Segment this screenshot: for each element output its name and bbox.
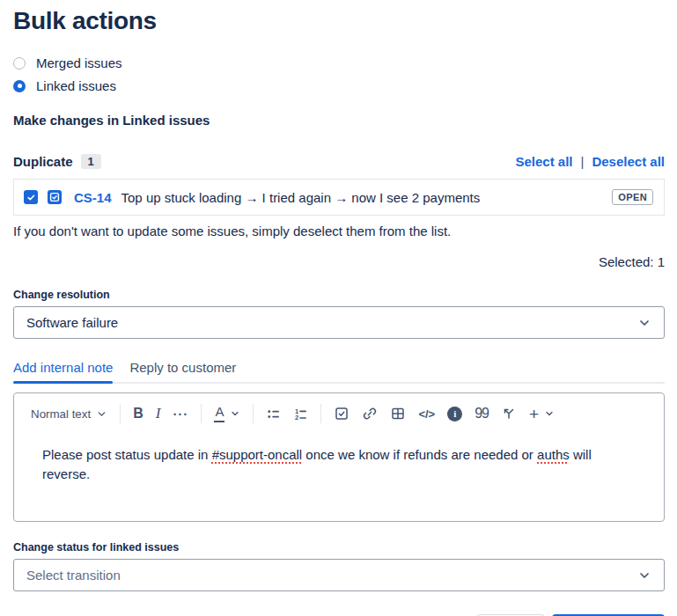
bulk-actions-panel: Bulk actions Merged issues Linked issues… <box>0 0 677 616</box>
radio-linked-issues-label: Linked issues <box>36 78 116 93</box>
code-button[interactable]: </> <box>412 406 441 422</box>
issue-list-header: Duplicate 1 Select all | Deselect all <box>13 154 665 169</box>
change-status-label: Change status for linked issues <box>13 541 665 554</box>
radio-checked-icon[interactable] <box>13 80 26 92</box>
numbered-list-icon: 12 <box>293 407 308 422</box>
text-style-dropdown[interactable]: Normal text <box>25 406 114 422</box>
group-name-label: Duplicate <box>13 154 73 169</box>
page-title: Bulk actions <box>13 7 665 35</box>
radio-merged-issues[interactable]: Merged issues <box>13 55 665 70</box>
issue-key-link[interactable]: CS-14 <box>74 190 112 205</box>
more-formatting-button[interactable]: ··· <box>166 405 195 423</box>
text-style-value: Normal text <box>31 407 91 421</box>
insert-plus-icon: + <box>529 406 539 422</box>
text-color-icon: A <box>214 405 224 422</box>
table-icon <box>390 406 406 422</box>
link-icon <box>362 406 378 422</box>
toolbar-divider <box>201 404 202 423</box>
note-text: once we know if refunds are needed or <box>302 447 537 462</box>
radio-linked-issues[interactable]: Linked issues <box>13 78 665 93</box>
link-separator: | <box>581 154 585 169</box>
info-panel-button[interactable]: i <box>441 405 468 423</box>
link-button[interactable] <box>356 404 384 423</box>
insert-more-button[interactable]: + <box>523 404 561 424</box>
status-badge: OPEN <box>612 189 653 205</box>
issue-mode-radio-group: Merged issues Linked issues <box>13 55 665 93</box>
chevron-down-icon <box>96 408 107 420</box>
change-resolution-label: Change resolution <box>13 289 665 301</box>
radio-unchecked-icon[interactable] <box>13 57 26 70</box>
select-all-link[interactable]: Select all <box>515 154 572 169</box>
info-icon: i <box>447 407 462 422</box>
issue-row[interactable]: CS-14 Top up stuck loading → I tried aga… <box>13 179 665 216</box>
issue-type-task-icon <box>48 190 62 204</box>
numbered-list-button[interactable]: 12 <box>287 405 314 423</box>
deselect-hint: If you don't want to update some issues,… <box>13 224 665 238</box>
transition-placeholder: Select transition <box>26 568 121 583</box>
misspelled-word: auths <box>537 447 570 462</box>
editor-toolbar: Normal text B I ··· A 12 <box>14 393 664 424</box>
svg-text:2: 2 <box>295 414 298 422</box>
task-list-icon <box>334 406 350 422</box>
selection-links: Select all | Deselect all <box>515 154 665 169</box>
misspelled-word: #support-oncall <box>212 447 303 462</box>
issue-checkbox-checked[interactable] <box>24 190 38 204</box>
check-icon <box>26 193 36 202</box>
decision-icon <box>501 406 517 422</box>
note-tabs: Add internal note Reply to customer <box>13 360 665 384</box>
task-list-button[interactable] <box>327 404 356 423</box>
toolbar-divider <box>320 404 321 423</box>
bullet-list-icon <box>266 407 281 422</box>
chevron-down-icon <box>637 568 651 583</box>
tab-reply-to-customer[interactable]: Reply to customer <box>129 360 236 382</box>
resolution-value: Software failure <box>26 315 118 330</box>
group-count-badge: 1 <box>81 154 101 169</box>
table-button[interactable] <box>384 404 412 423</box>
issue-summary: Top up stuck loading → I tried again → n… <box>121 190 481 205</box>
text-color-button[interactable]: A <box>208 403 247 424</box>
transition-select[interactable]: Select transition <box>13 559 665 591</box>
selected-count: Selected: 1 <box>13 254 665 269</box>
group-title: Duplicate 1 <box>13 154 101 169</box>
italic-button[interactable]: I <box>150 403 167 424</box>
toolbar-divider <box>253 404 254 423</box>
radio-merged-issues-label: Merged issues <box>36 55 122 70</box>
deselect-all-link[interactable]: Deselect all <box>592 154 665 169</box>
section-heading: Make changes in Linked issues <box>13 113 665 128</box>
tab-add-internal-note[interactable]: Add internal note <box>13 360 113 382</box>
decision-button[interactable] <box>495 404 523 423</box>
note-text: Please post status update in <box>42 447 212 462</box>
bullet-list-button[interactable] <box>260 405 287 423</box>
quote-button[interactable]: 99 <box>468 404 495 423</box>
resolution-select[interactable]: Software failure <box>13 306 665 339</box>
bold-button[interactable]: B <box>127 404 150 423</box>
chevron-down-icon <box>544 408 555 419</box>
rich-text-editor: Normal text B I ··· A 12 <box>13 392 665 522</box>
chevron-down-icon <box>637 316 651 330</box>
chevron-down-icon <box>230 408 240 419</box>
toolbar-divider <box>120 404 121 423</box>
editor-content[interactable]: Please post status update in #support-on… <box>14 424 664 515</box>
